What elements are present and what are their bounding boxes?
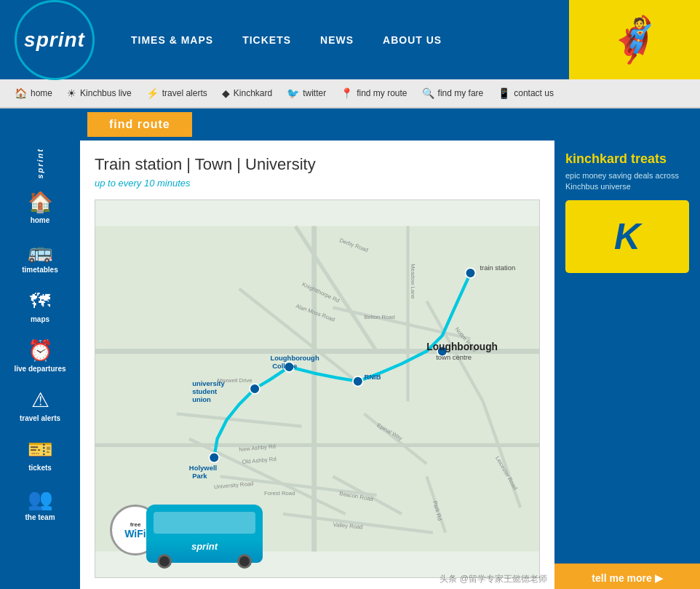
svg-point-20	[353, 376, 363, 387]
svg-text:College: College	[272, 363, 297, 371]
topnav-find-route[interactable]: 📍 find my route	[333, 87, 414, 99]
findroute-bar: find route	[0, 108, 700, 141]
sidebar-brand: sprint	[36, 148, 44, 179]
ad-title: kinchkard treats	[565, 151, 689, 167]
sidebar-item-live-departures[interactable]: ⏰ live departures	[0, 331, 80, 381]
svg-point-22	[209, 453, 219, 463]
svg-point-17	[466, 268, 476, 278]
topnav-find-fare[interactable]: 🔍 find my fare	[415, 87, 491, 99]
ad-logo: K	[565, 200, 689, 273]
sidebar-item-travel-alerts[interactable]: ⚠ travel alerts	[0, 381, 80, 430]
home-icon: 🏠	[15, 87, 27, 99]
sidebar: sprint 🏠 home 🚌 timetables 🗺 maps ⏰ live…	[0, 141, 80, 589]
sidebar-alerts-label: travel alerts	[20, 414, 60, 423]
sidebar-item-timetables[interactable]: 🚌 timetables	[0, 232, 80, 282]
topnav-twitter[interactable]: 🐦 twitter	[279, 87, 333, 99]
bus-container: free WiFi sprint	[110, 475, 255, 563]
sidebar-team-icon: 👥	[28, 487, 53, 511]
find-route-button[interactable]: find route	[87, 112, 192, 137]
topnav-kinchbus-live[interactable]: ☀ Kinchbus live	[60, 87, 139, 99]
route-map: Derby Road Knightthorpe Rd Alan Moss Roa…	[95, 199, 540, 578]
topnav-kinchbus-label: Kinchbus live	[80, 88, 132, 98]
topnav-home[interactable]: 🏠 home	[7, 87, 60, 99]
svg-text:RNIB: RNIB	[364, 373, 381, 381]
sidebar-maps-icon: 🗺	[30, 289, 50, 313]
svg-text:union: union	[192, 395, 211, 403]
topnav-kinchkard-label: Kinchkard	[234, 88, 272, 98]
nav-about-us[interactable]: ABOUT US	[383, 34, 442, 46]
main-layout: sprint 🏠 home 🚌 timetables 🗺 maps ⏰ live…	[0, 141, 700, 589]
sidebar-live-icon: ⏰	[28, 339, 53, 363]
ad-title-yellow: treats	[627, 151, 667, 166]
hero-figure: 🦸	[608, 14, 662, 66]
logo[interactable]: sprint	[15, 0, 95, 80]
wifi-free: free	[130, 521, 141, 528]
topnav: 🏠 home ☀ Kinchbus live ⚡ travel alerts ◆…	[0, 79, 700, 108]
bus-logo: sprint	[191, 541, 218, 552]
contact-icon: 📱	[498, 87, 510, 99]
sidebar-home-icon: 🏠	[28, 190, 53, 214]
logo-text: sprint	[24, 28, 85, 52]
route-title: Train station | Town | University	[95, 155, 540, 174]
bus-window	[154, 512, 255, 534]
svg-text:Holywell: Holywell	[189, 464, 217, 472]
sidebar-timetables-icon: 🚌	[28, 240, 53, 264]
svg-text:Loughborough: Loughborough	[426, 341, 498, 352]
svg-text:Forest Road: Forest Road	[264, 490, 295, 497]
topnav-twitter-label: twitter	[303, 88, 326, 98]
kinchkard-icon: ◆	[222, 87, 230, 99]
header: sprint TIMES & MAPS TICKETS NEWS ABOUT U…	[0, 0, 700, 79]
topnav-findfare-label: find my fare	[438, 88, 484, 98]
header-hero: 🦸	[569, 0, 700, 79]
twitter-icon: 🐦	[287, 87, 299, 99]
ad-panel: kinchkard treats epic money saving deals…	[554, 141, 700, 589]
sidebar-tickets-label: tickets	[28, 464, 52, 473]
kinchbus-live-icon: ☀	[67, 87, 76, 99]
svg-text:Loughborough: Loughborough	[271, 354, 319, 362]
svg-text:Belton Road: Belton Road	[364, 314, 394, 320]
ad-kinchkard: kinchkard treats epic money saving deals…	[554, 141, 700, 564]
topnav-travel-alerts[interactable]: ⚡ travel alerts	[139, 87, 215, 99]
svg-text:university: university	[192, 379, 225, 387]
sidebar-item-the-team[interactable]: 👥 the team	[0, 480, 80, 529]
svg-text:train station: train station	[480, 264, 515, 272]
sidebar-team-label: the team	[25, 513, 55, 522]
sidebar-tickets-icon: 🎫	[28, 438, 53, 462]
topnav-contact-us[interactable]: 📱 contact us	[490, 87, 561, 99]
topnav-travel-label: travel alerts	[162, 88, 207, 98]
wifi-label: WiFi	[124, 528, 146, 539]
sidebar-item-maps[interactable]: 🗺 maps	[0, 282, 80, 331]
sidebar-item-home[interactable]: 🏠 home	[0, 183, 80, 232]
find-route-icon: 📍	[341, 87, 353, 99]
ad-description: epic money saving deals across Kinchbus …	[565, 170, 689, 193]
svg-text:student: student	[192, 387, 218, 395]
sidebar-maps-label: maps	[31, 315, 49, 324]
content-area: Train station | Town | University up to …	[80, 141, 554, 589]
sidebar-alerts-icon: ⚠	[31, 388, 49, 412]
sidebar-timetables-label: timetables	[22, 266, 57, 274]
ad-cta-button[interactable]: tell me more ▶	[554, 564, 700, 589]
svg-point-19	[250, 384, 260, 394]
nav-tickets[interactable]: TICKETS	[242, 34, 291, 46]
sidebar-home-label: home	[31, 216, 50, 225]
topnav-findroute-label: find my route	[357, 88, 407, 98]
travel-alerts-icon: ⚡	[146, 87, 159, 99]
bus-shape: sprint	[146, 505, 263, 563]
ad-title-white: kinchkard	[565, 151, 627, 166]
route-subtitle: up to every 10 minutes	[95, 178, 540, 189]
topnav-home-label: home	[31, 88, 52, 98]
sidebar-item-tickets[interactable]: 🎫 tickets	[0, 430, 80, 480]
topnav-kinchkard[interactable]: ◆ Kinchkard	[215, 87, 279, 99]
nav-times-maps[interactable]: TIMES & MAPS	[131, 34, 213, 46]
topnav-contact-label: contact us	[514, 88, 554, 98]
nav-news[interactable]: NEWS	[320, 34, 354, 46]
find-fare-icon: 🔍	[422, 87, 434, 99]
svg-text:Meadow Lane: Meadow Lane	[410, 264, 416, 299]
watermark: 头条 @留学专家王懿德老师	[440, 573, 547, 585]
svg-text:town centre: town centre	[436, 353, 472, 361]
sidebar-live-label: live departures	[14, 365, 65, 373]
